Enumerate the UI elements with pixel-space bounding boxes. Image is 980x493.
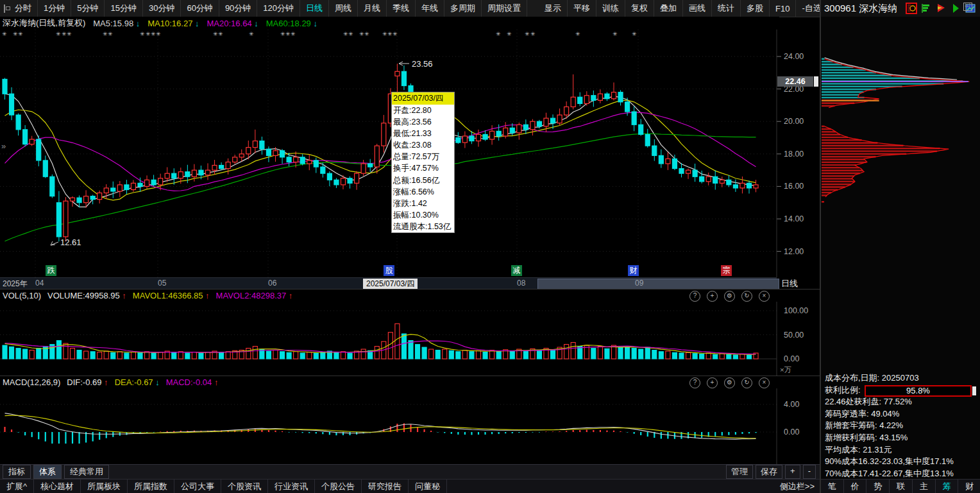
candle-body[interactable] [321, 167, 325, 173]
candle-body[interactable] [598, 94, 602, 100]
volume-bar[interactable] [266, 351, 271, 359]
volume-bar[interactable] [490, 350, 494, 359]
panel-tab-联[interactable]: 联 [890, 480, 913, 493]
candle-body[interactable] [178, 172, 183, 178]
candle-body[interactable] [84, 196, 89, 203]
candle-body[interactable] [639, 125, 643, 134]
candle-body[interactable] [131, 183, 135, 189]
candle-body[interactable] [632, 112, 636, 125]
candle-body[interactable] [138, 183, 142, 186]
volume-bar[interactable] [56, 341, 61, 359]
volume-bar[interactable] [551, 350, 555, 359]
candle-body[interactable] [300, 157, 305, 164]
candle-body[interactable] [348, 178, 352, 184]
candle-body[interactable] [666, 159, 670, 164]
volume-bar[interactable] [456, 352, 460, 359]
tab-个股资讯[interactable]: 个股资讯 [221, 480, 268, 493]
info-mine-icon[interactable]: ✳ [2, 31, 7, 37]
candle-body[interactable] [239, 154, 244, 157]
volume-bar[interactable] [672, 352, 677, 359]
volume-bar[interactable] [523, 350, 528, 359]
volume-bar[interactable] [84, 351, 89, 359]
info-mine-icon[interactable]: ✳ [146, 31, 151, 37]
info-mine-icon[interactable]: ✳ [348, 31, 353, 37]
candle-body[interactable] [165, 173, 169, 178]
button-管理[interactable]: 管理 [726, 465, 753, 479]
candle-body[interactable] [503, 128, 508, 136]
candle-body[interactable] [56, 203, 61, 237]
tab-扩展^[interactable]: 扩展^ [0, 480, 34, 493]
candle-body[interactable] [700, 177, 704, 182]
volume-bar[interactable] [700, 354, 704, 359]
candle-body[interactable] [530, 121, 535, 130]
candle-body[interactable] [720, 180, 724, 183]
info-mine-icon[interactable]: ✳ [343, 31, 348, 37]
candle-body[interactable] [713, 177, 718, 183]
zoom-in-icon[interactable]: + [707, 291, 718, 302]
settings-icon[interactable]: ⚙ [724, 291, 735, 302]
info-mine-icon[interactable]: ✳ [575, 31, 580, 37]
candle-body[interactable] [30, 139, 34, 144]
candle-body[interactable] [172, 173, 176, 178]
toolbar-item-月线[interactable]: 月线 [358, 0, 387, 17]
toolbar-item-统计[interactable]: 统计 [712, 0, 741, 17]
volume-bar[interactable] [348, 353, 352, 359]
candle-body[interactable] [233, 157, 237, 162]
candle-body[interactable] [145, 180, 149, 186]
toolbar-item-平移[interactable]: 平移 [568, 0, 596, 17]
volume-bar[interactable] [659, 352, 663, 359]
profit-bar-handle[interactable] [972, 386, 976, 395]
tab-核心题材[interactable]: 核心题材 [34, 480, 81, 493]
candle-body[interactable] [591, 96, 596, 101]
candle-body[interactable] [672, 159, 677, 168]
info-mine-icon[interactable]: ✳ [285, 31, 291, 37]
volume-bar[interactable] [666, 351, 670, 359]
volume-bar[interactable] [111, 352, 115, 359]
volume-bar[interactable] [253, 347, 257, 359]
info-mine-icon[interactable]: ✳ [496, 31, 501, 37]
button-保存[interactable]: 保存 [756, 465, 782, 479]
volume-bar[interactable] [388, 333, 393, 359]
volume-bar[interactable] [564, 345, 569, 359]
refresh-icon[interactable]: ↻ [741, 291, 752, 302]
volume-bar[interactable] [395, 324, 400, 359]
volume-bar[interactable] [639, 349, 643, 359]
volume-bar[interactable] [693, 354, 697, 359]
candle-body[interactable] [199, 170, 203, 175]
volume-bar[interactable] [178, 352, 183, 359]
volume-bar[interactable] [219, 352, 224, 359]
volume-bar[interactable] [287, 352, 291, 359]
tab-研究报告[interactable]: 研究报告 [362, 480, 409, 493]
info-mine-icon[interactable]: ✳ [387, 31, 393, 37]
candle-body[interactable] [727, 180, 731, 185]
volume-bar[interactable] [273, 350, 278, 359]
candle-body[interactable] [564, 107, 569, 115]
event-badge-宗[interactable]: 宗 [721, 265, 732, 276]
info-mine-icon[interactable]: ✳ [67, 31, 72, 37]
info-mine-icon[interactable]: ✳ [530, 31, 536, 37]
button--[interactable]: - [803, 465, 816, 479]
candle-body[interactable] [314, 160, 318, 167]
candle-body[interactable] [578, 97, 582, 103]
tab-所属指数[interactable]: 所属指数 [128, 480, 174, 493]
candle-body[interactable] [605, 94, 609, 99]
volume-chart[interactable]: 100.0050.000.00×万 [0, 302, 820, 376]
candle-body[interactable] [368, 164, 373, 167]
volume-bar[interactable] [416, 345, 420, 359]
volume-bar[interactable] [720, 354, 724, 359]
refresh-icon[interactable]: ↻ [741, 377, 752, 388]
volume-bar[interactable] [612, 345, 616, 359]
volume-bar[interactable] [706, 353, 711, 359]
volume-bar[interactable] [199, 353, 203, 359]
candle-body[interactable] [652, 146, 657, 155]
candle-body[interactable] [462, 136, 467, 143]
candle-body[interactable] [361, 164, 366, 173]
volume-bar[interactable] [632, 349, 636, 359]
candle-body[interactable] [280, 151, 285, 157]
info-mine-icon[interactable]: ✳ [56, 31, 61, 37]
candle-body[interactable] [456, 138, 460, 143]
toolbar-item-分时[interactable]: 分时 [9, 0, 38, 17]
candle-body[interactable] [557, 115, 562, 123]
toolbar-item-周期设置[interactable]: 周期设置 [482, 0, 527, 17]
help-icon[interactable]: ? [689, 377, 700, 388]
